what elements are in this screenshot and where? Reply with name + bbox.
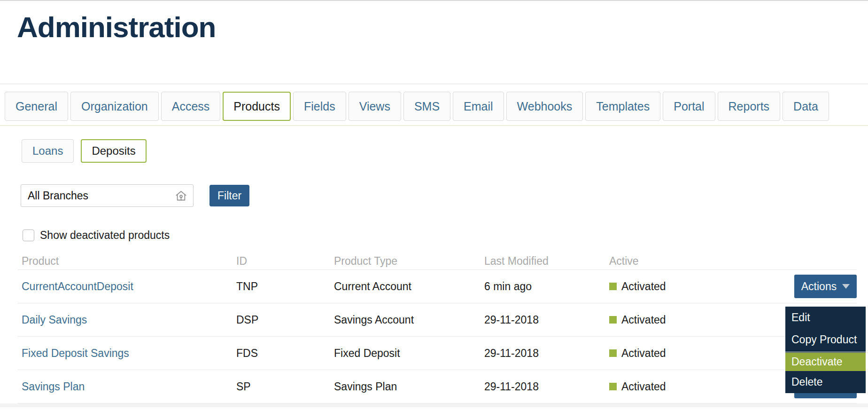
- status-badge: Activated: [609, 380, 731, 393]
- status-badge: Activated: [609, 314, 731, 326]
- show-deactivated-row: Show deactivated products: [0, 207, 868, 242]
- column-header-modified: Last Modified: [484, 255, 609, 268]
- table-row: Savings Plan SP Savings Plan 29-11-2018 …: [18, 370, 857, 403]
- table-row: Fixed Deposit Savings FDS Fixed Deposit …: [18, 337, 857, 370]
- admin-tab-bar: General Organization Access Products Fie…: [0, 84, 868, 125]
- show-deactivated-label: Show deactivated products: [40, 229, 170, 242]
- actions-dropdown-menu: Edit Copy Product Deactivate Delete: [785, 307, 866, 393]
- tab-portal[interactable]: Portal: [663, 92, 715, 121]
- status-badge: Activated: [609, 347, 731, 360]
- tab-products[interactable]: Products: [223, 92, 291, 121]
- tab-views[interactable]: Views: [349, 92, 401, 121]
- status-badge: Activated: [609, 280, 731, 293]
- status-square-icon: [609, 283, 617, 290]
- table-row: Daily Savings DSP Savings Account 29-11-…: [18, 303, 857, 337]
- actions-button[interactable]: Actions: [794, 275, 857, 298]
- column-header-type: Product Type: [334, 255, 484, 268]
- table-header-row: Product ID Product Type Last Modified Ac…: [18, 253, 857, 270]
- product-link[interactable]: CurrentAccountDeposit: [22, 280, 133, 292]
- administration-page: Administration General Organization Acce…: [0, 0, 868, 411]
- status-square-icon: [609, 316, 617, 324]
- menu-item-deactivate[interactable]: Deactivate: [785, 353, 866, 371]
- show-deactivated-checkbox[interactable]: [23, 229, 34, 241]
- product-link[interactable]: Savings Plan: [22, 380, 85, 393]
- status-square-icon: [609, 383, 617, 390]
- tab-fields[interactable]: Fields: [293, 92, 346, 121]
- last-modified: 6 min ago: [484, 280, 609, 293]
- subtab-deposits[interactable]: Deposits: [81, 139, 146, 163]
- product-id: TNP: [236, 280, 334, 293]
- product-link[interactable]: Fixed Deposit Savings: [22, 347, 129, 359]
- bottom-strip: [0, 403, 868, 407]
- product-id: DSP: [236, 314, 334, 326]
- tab-templates[interactable]: Templates: [585, 92, 660, 121]
- column-header-id: ID: [236, 255, 334, 268]
- chevron-down-icon: [842, 284, 850, 289]
- title-bar: Administration: [0, 1, 868, 84]
- tab-email[interactable]: Email: [453, 92, 504, 121]
- tab-organization[interactable]: Organization: [70, 92, 159, 121]
- product-type: Fixed Deposit: [334, 347, 484, 360]
- product-type: Savings Account: [334, 314, 484, 326]
- tab-data[interactable]: Data: [783, 92, 829, 121]
- product-link[interactable]: Daily Savings: [22, 314, 87, 326]
- tab-sms[interactable]: SMS: [403, 92, 450, 121]
- tab-general[interactable]: General: [5, 92, 68, 121]
- product-id: FDS: [236, 347, 334, 360]
- tab-access[interactable]: Access: [161, 92, 221, 121]
- filter-row: All Branches Filter: [0, 163, 868, 207]
- menu-item-edit[interactable]: Edit: [785, 307, 866, 329]
- product-type: Current Account: [334, 280, 484, 293]
- page-title: Administration: [17, 10, 868, 44]
- products-table: Product ID Product Type Last Modified Ac…: [18, 253, 857, 403]
- branch-filter-value: All Branches: [28, 190, 88, 202]
- tab-reports[interactable]: Reports: [718, 92, 781, 121]
- subtab-loans[interactable]: Loans: [22, 139, 74, 163]
- last-modified: 29-11-2018: [484, 347, 609, 360]
- last-modified: 29-11-2018: [484, 380, 609, 393]
- menu-item-delete[interactable]: Delete: [785, 371, 866, 393]
- tab-webhooks[interactable]: Webhooks: [506, 92, 583, 121]
- table-row: CurrentAccountDeposit TNP Current Accoun…: [18, 270, 857, 303]
- product-type-subtabs: Loans Deposits: [0, 126, 868, 163]
- menu-item-copy-product[interactable]: Copy Product: [785, 329, 866, 351]
- last-modified: 29-11-2018: [484, 314, 609, 326]
- column-header-product: Product: [18, 255, 236, 268]
- home-icon: [175, 190, 187, 202]
- branch-filter-select[interactable]: All Branches: [21, 184, 194, 207]
- status-square-icon: [609, 349, 617, 357]
- menu-divider: [785, 352, 866, 352]
- product-id: SP: [236, 380, 334, 393]
- filter-button[interactable]: Filter: [209, 185, 249, 206]
- column-header-active: Active: [609, 255, 731, 268]
- product-type: Savings Plan: [334, 380, 484, 393]
